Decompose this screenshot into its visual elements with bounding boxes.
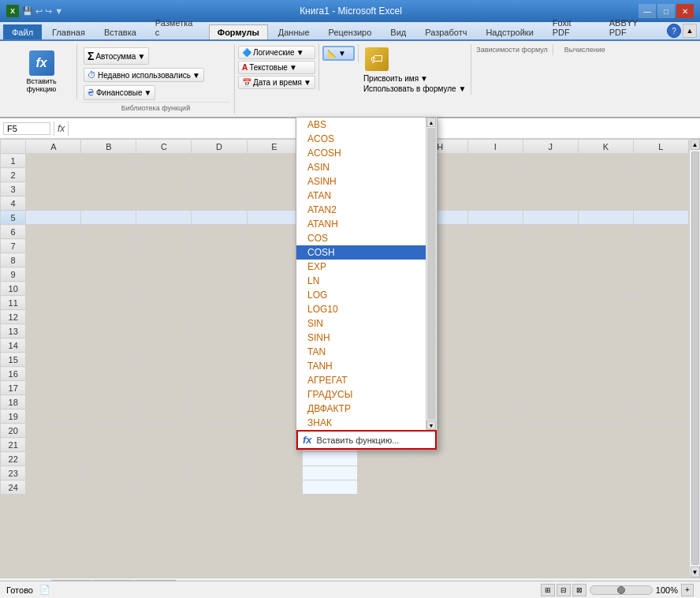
cell-B9[interactable] (81, 267, 136, 282)
cell-A5[interactable] (26, 211, 81, 225)
cell-E8[interactable] (247, 253, 302, 267)
cell-E5[interactable] (247, 211, 302, 225)
help-button[interactable]: ? (667, 24, 681, 38)
cell-B6[interactable] (81, 225, 136, 239)
dropdown-item-log10[interactable]: LOG10 (296, 302, 426, 316)
cell-C19[interactable] (136, 409, 192, 424)
cell-J19[interactable] (523, 409, 578, 424)
cell-C6[interactable] (136, 225, 192, 239)
datetime-dropdown-icon[interactable]: ▼ (303, 78, 311, 87)
tab-review[interactable]: Рецензиро (320, 24, 381, 39)
dropdown-item-asin[interactable]: ASIN (296, 160, 426, 174)
cell-C11[interactable] (136, 296, 192, 310)
dropdown-item-sin[interactable]: SIN (296, 316, 426, 331)
cell-E21[interactable] (247, 438, 302, 452)
cell-J11[interactable] (523, 296, 578, 310)
cell-D9[interactable] (192, 267, 247, 282)
cell-I5[interactable] (467, 211, 523, 225)
cell-I3[interactable] (467, 182, 523, 196)
cell-B14[interactable] (81, 338, 136, 353)
tab-view[interactable]: Вид (382, 24, 415, 39)
cell-K22[interactable] (578, 452, 633, 466)
cell-K12[interactable] (578, 310, 633, 324)
cell-K4[interactable] (578, 196, 633, 211)
cell-J8[interactable] (523, 253, 578, 267)
cell-B10[interactable] (81, 282, 136, 296)
cell-C9[interactable] (136, 267, 192, 282)
cell-D1[interactable] (192, 154, 247, 168)
cell-A6[interactable] (26, 225, 81, 239)
cell-J3[interactable] (523, 182, 578, 196)
cell-D5[interactable] (192, 211, 247, 225)
tab-formulas[interactable]: Формулы (209, 24, 268, 39)
cell-I13[interactable] (467, 324, 523, 338)
cell-E18[interactable] (247, 395, 302, 409)
cell-K18[interactable] (578, 395, 633, 409)
cell-K17[interactable] (578, 381, 633, 395)
logical-dropdown-icon[interactable]: ▼ (296, 48, 304, 57)
cell-C24[interactable] (136, 480, 192, 495)
recently-used-dropdown-icon[interactable]: ▼ (192, 71, 200, 80)
cell-J18[interactable] (523, 395, 578, 409)
cell-C14[interactable] (136, 338, 192, 353)
insert-function-button[interactable]: fx Вставитьфункцию (24, 49, 58, 95)
cell-C22[interactable] (136, 452, 192, 466)
cell-I15[interactable] (467, 353, 523, 367)
scroll-thumb-vertical[interactable] (691, 151, 699, 565)
cell-B1[interactable] (81, 154, 136, 168)
cell-B15[interactable] (81, 353, 136, 367)
cell-K16[interactable] (578, 367, 633, 381)
dropdown-item-знак[interactable]: ЗНАК (296, 416, 426, 430)
cell-E9[interactable] (247, 267, 302, 282)
cell-H22[interactable] (412, 452, 467, 466)
cell-J2[interactable] (523, 168, 578, 182)
cell-E23[interactable] (247, 466, 302, 480)
cell-L18[interactable] (633, 395, 688, 409)
cell-L24[interactable] (633, 480, 688, 495)
cell-B16[interactable] (81, 367, 136, 381)
cell-C1[interactable] (136, 154, 192, 168)
cell-A3[interactable] (26, 182, 81, 196)
close-button[interactable]: ✕ (676, 4, 694, 18)
cell-A18[interactable] (26, 395, 81, 409)
cell-B7[interactable] (81, 239, 136, 253)
cell-B19[interactable] (81, 409, 136, 424)
minimize-ribbon-button[interactable]: ▲ (683, 24, 697, 38)
cell-L7[interactable] (633, 239, 688, 253)
cell-A15[interactable] (26, 353, 81, 367)
cell-D23[interactable] (192, 466, 247, 480)
dropdown-item-двфактр[interactable]: ДВФАКТР (296, 402, 426, 416)
datetime-button[interactable]: 📅 Дата и время ▼ (238, 76, 315, 89)
cell-G24[interactable] (357, 480, 412, 495)
cell-I7[interactable] (467, 239, 523, 253)
financial-dropdown-icon[interactable]: ▼ (144, 88, 152, 97)
cell-A20[interactable] (26, 424, 81, 438)
cell-J15[interactable] (523, 353, 578, 367)
cell-F23[interactable] (302, 466, 357, 480)
insert-function-dropdown-item[interactable]: fx Вставить функцию... (296, 430, 437, 450)
tab-insert[interactable]: Вставка (95, 24, 145, 39)
recently-used-button[interactable]: ⏱ Недавно использовались ▼ (84, 68, 204, 82)
cell-C3[interactable] (136, 182, 192, 196)
cell-A11[interactable] (26, 296, 81, 310)
cell-G22[interactable] (357, 452, 412, 466)
cell-I9[interactable] (467, 267, 523, 282)
cell-C15[interactable] (136, 353, 192, 367)
cell-F24[interactable] (302, 480, 357, 495)
cell-L14[interactable] (633, 338, 688, 353)
cell-L6[interactable] (633, 225, 688, 239)
cell-I14[interactable] (467, 338, 523, 353)
cell-B22[interactable] (81, 452, 136, 466)
cell-E15[interactable] (247, 353, 302, 367)
zoom-in-button[interactable]: + (681, 584, 694, 596)
cell-B4[interactable] (81, 196, 136, 211)
dropdown-item-агрегат[interactable]: АГРЕГАТ (296, 373, 426, 387)
cell-reference-input[interactable] (3, 122, 50, 135)
cell-E11[interactable] (247, 296, 302, 310)
cell-K19[interactable] (578, 409, 633, 424)
cell-E24[interactable] (247, 480, 302, 495)
cell-A19[interactable] (26, 409, 81, 424)
cell-A16[interactable] (26, 367, 81, 381)
cell-B17[interactable] (81, 381, 136, 395)
cell-D16[interactable] (192, 367, 247, 381)
